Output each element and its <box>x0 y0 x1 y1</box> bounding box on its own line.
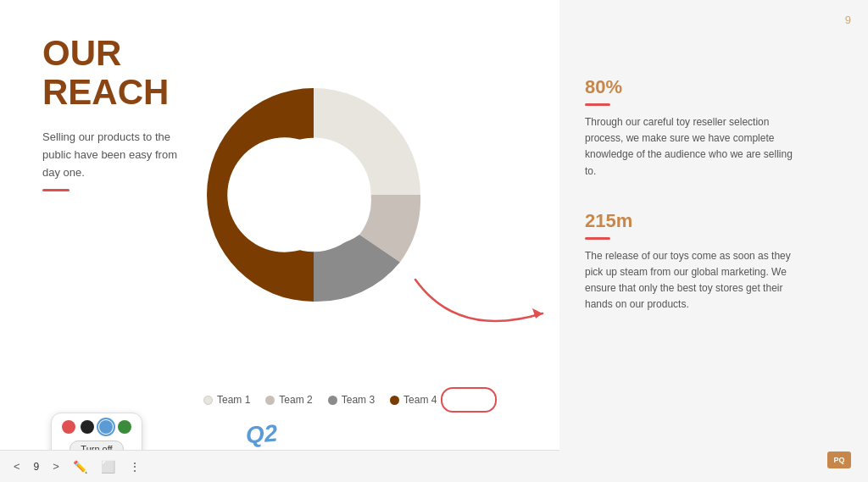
legend-dot-team3 <box>328 396 337 405</box>
title-line2: REACH <box>42 72 169 112</box>
legend-team3: Team 3 <box>328 394 375 406</box>
more-icon[interactable]: ⋮ <box>129 460 141 474</box>
right-logo: PQ <box>827 452 851 468</box>
slide-wrapper: OUR REACH Selling our products to the pu… <box>0 0 868 482</box>
team4-circle-annotation <box>441 387 497 413</box>
donut-hole <box>257 138 370 252</box>
page-number-top: 9 <box>845 14 851 26</box>
swatch-black[interactable] <box>81 420 94 434</box>
pen-icon[interactable]: ✏️ <box>73 460 87 474</box>
legend-dot-team4 <box>390 396 399 405</box>
page-number-nav: 9 <box>34 461 40 473</box>
legend-label-team4: Team 4 <box>403 394 437 406</box>
right-panel: 9 80% Through our careful toy reseller s… <box>559 0 868 482</box>
legend-dot-team2 <box>265 396 275 405</box>
prev-button[interactable]: < <box>14 460 20 473</box>
legend-label-team1: Team 1 <box>217 394 250 406</box>
title-underline <box>42 189 70 191</box>
legend-label-team2: Team 2 <box>279 394 312 406</box>
stat-block-2: 215m The release of our toys come as soo… <box>585 210 843 313</box>
swatch-red[interactable] <box>62 420 75 434</box>
bottom-nav: < 9 > ✏️ ⬜ ⋮ <box>0 450 559 482</box>
title-line1: OUR <box>42 33 121 73</box>
stat-block-1: 80% Through our careful toy reseller sel… <box>585 76 843 180</box>
legend-team4: Team 4 <box>390 394 437 406</box>
left-panel: OUR REACH Selling our products to the pu… <box>0 0 559 482</box>
stat-text-2: The release of our toys come as soon as … <box>585 248 805 313</box>
stat-value-1: 80% <box>585 76 843 98</box>
page-subtitle: Selling our products to the public have … <box>42 129 186 181</box>
chart-legend: Team 1 Team 2 Team 3 Team 4 <box>203 394 437 406</box>
legend-team1: Team 1 <box>203 394 250 406</box>
stat-underline-1 <box>585 103 610 106</box>
next-button[interactable]: > <box>53 460 59 473</box>
legend-label-team3: Team 3 <box>342 394 375 406</box>
page-title: OUR REACH <box>42 34 169 112</box>
stat-value-2: 215m <box>585 210 843 232</box>
svg-marker-0 <box>532 308 542 319</box>
legend-team2: Team 2 <box>265 394 312 406</box>
arrow-annotation <box>390 271 576 356</box>
legend-dot-team1 <box>203 396 213 405</box>
q2-annotation: Q2 <box>245 419 279 449</box>
stat-text-1: Through our careful toy reseller selecti… <box>585 114 805 180</box>
color-swatches <box>62 420 131 434</box>
eraser-icon[interactable]: ⬜ <box>101 460 115 474</box>
stat-underline-2 <box>585 237 610 240</box>
swatch-blue[interactable] <box>99 420 113 434</box>
swatch-green[interactable] <box>118 420 131 434</box>
